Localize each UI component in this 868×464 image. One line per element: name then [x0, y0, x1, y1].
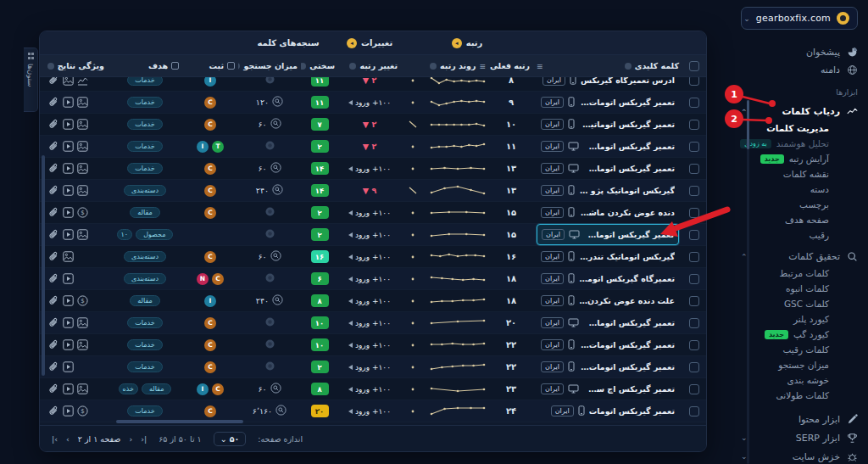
expand-triangle-icon[interactable] — [348, 387, 353, 392]
keyword-cell[interactable]: تعمیر گیربکس اتومات پژو ۲۰۷ ایران — [537, 357, 679, 377]
video-icon[interactable] — [63, 119, 74, 130]
target-pill[interactable]: مقاله — [130, 207, 160, 218]
paperclip-icon[interactable] — [48, 383, 59, 394]
target-pill[interactable]: دسته‌بندی — [124, 185, 166, 196]
table-row[interactable]: تعمیر گیربکس اتومات ۲۰۶ ایران ۹ ۱۰۰+ ورو… — [40, 92, 706, 114]
row-checkbox[interactable] — [689, 274, 699, 284]
col-header-target[interactable]: هدف — [108, 61, 182, 70]
table-row[interactable]: دنده عوض نکردن ماشین اتومات ایران ۱۵ ۱۰۰… — [40, 202, 706, 224]
keyword-cell[interactable]: تعمیر گیربکس اتومات برلیانس h330 ایران — [537, 224, 679, 245]
record-badge-C[interactable]: C — [204, 185, 216, 197]
row-checkbox[interactable] — [689, 252, 699, 262]
paperclip-icon[interactable] — [48, 273, 59, 284]
sidebar-item-word-research[interactable]: تحقیق کلمات ⌃ — [741, 248, 858, 266]
pager-first-button[interactable]: |‹ — [52, 434, 58, 444]
image-icon[interactable] — [77, 141, 88, 152]
target-pill[interactable]: دسته‌بندی — [124, 251, 166, 262]
pager-prev-button[interactable]: ‹ — [66, 434, 70, 444]
expand-triangle-icon[interactable] — [348, 166, 353, 171]
target-pill[interactable]: خدمات — [127, 141, 162, 152]
sidebar-subitem[interactable]: تحلیل هوشمندبه زودی — [741, 136, 858, 151]
keyword-cell[interactable]: تعمیر گیربکس اتومات داستر ایران — [537, 335, 679, 355]
target-pill[interactable]: خدمات — [127, 361, 162, 372]
target-pill[interactable]: خدمات — [127, 119, 162, 130]
video-icon[interactable] — [63, 273, 74, 284]
chart-icon[interactable] — [77, 77, 88, 86]
paperclip-icon[interactable] — [48, 207, 59, 218]
paperclip-icon[interactable] — [48, 185, 59, 196]
target-pill[interactable]: خدمات — [127, 97, 162, 108]
video-icon[interactable] — [63, 163, 74, 174]
target-pill[interactable]: محصول — [136, 229, 173, 240]
table-row[interactable]: تعمیر گیربکس اتومات داستر ایران ۲۰ ۱۰۰+ … — [40, 312, 706, 334]
keyword-cell[interactable]: علت دنده عوض نکردن ماشین اتومات ایران — [537, 291, 679, 310]
expand-triangle-icon[interactable] — [348, 321, 353, 326]
paperclip-icon[interactable] — [48, 97, 59, 108]
keyword-cell[interactable]: دنده عوض نکردن ماشین اتومات ایران — [537, 203, 679, 222]
sidebar-subitem[interactable]: نقشه کلمات — [741, 166, 858, 182]
video-icon[interactable] — [63, 295, 74, 306]
keyword-cell[interactable]: گیربکس اتوماتیک تندر پلاس ایران — [537, 247, 679, 266]
record-badge-T[interactable]: T — [212, 141, 224, 153]
row-checkbox[interactable] — [689, 164, 699, 174]
image-icon[interactable] — [77, 163, 88, 174]
table-row[interactable]: تعمیر گیربکس اتومات داستر ایران ۲۲ ۱۰۰+ … — [40, 334, 706, 356]
sidebar-subitem[interactable]: کلمات رقیب — [741, 342, 858, 357]
paperclip-icon[interactable] — [48, 317, 59, 328]
table-row[interactable]: علت دنده عوض نکردن ماشین اتومات ایران ۱۸… — [40, 290, 706, 312]
video-icon[interactable] — [63, 317, 74, 328]
keyword-cell[interactable]: تعمیر گیربکس اچ سی کراس ایران — [537, 379, 679, 399]
keyword-cell[interactable]: تعمیر گیربکس اتومات هیوندا i20 ایران — [537, 137, 679, 156]
target-pill[interactable]: خدمات — [127, 163, 162, 174]
video-icon[interactable] — [63, 141, 74, 152]
sidebar-subitem[interactable]: کیورد گپجدید — [741, 327, 858, 342]
tag-pill[interactable]: ۱۰ — [117, 229, 133, 240]
select-all-checkbox[interactable] — [689, 61, 699, 71]
video-icon[interactable] — [63, 229, 74, 240]
image-icon[interactable] — [77, 185, 88, 196]
image-icon[interactable] — [77, 383, 88, 394]
target-pill[interactable]: خدمات — [127, 317, 162, 328]
sidebar-item-domain[interactable]: دامنه — [741, 61, 858, 79]
row-checkbox[interactable] — [689, 186, 699, 196]
row-checkbox[interactable] — [689, 230, 699, 240]
record-badge-C[interactable]: C — [204, 361, 216, 373]
target-pill[interactable]: خدمات — [127, 405, 162, 416]
video-icon[interactable] — [63, 339, 74, 350]
image-icon[interactable] — [77, 339, 88, 350]
image-icon[interactable] — [63, 77, 74, 86]
video-icon[interactable] — [63, 97, 74, 108]
columns-panel-toggle[interactable]: ستون‌ها — [24, 48, 38, 112]
table-row[interactable]: گیربکس اتوماتیک تندر پلاس ایران ۱۶ ۱۰۰+ … — [40, 246, 706, 268]
row-checkbox[interactable] — [689, 340, 699, 350]
keyword-cell[interactable]: تعمیر گیربکس اتومات ۲۰۶ ایران — [537, 92, 679, 112]
table-row[interactable]: تعمیر گیربکس اتومات سانتافه ایران ۱۳ ۱۰۰… — [40, 158, 706, 180]
paperclip-icon[interactable] — [48, 405, 59, 416]
tab-changes[interactable]: تغییرات ◂ — [338, 38, 401, 48]
sidebar-item-dashboard[interactable]: پیشخوان — [741, 43, 858, 61]
filter-icon[interactable]: ≡ — [479, 62, 486, 70]
row-checkbox[interactable] — [689, 384, 699, 394]
tab-rank[interactable]: رتبه ◂ — [401, 38, 533, 48]
paperclip-icon[interactable] — [48, 361, 59, 372]
sidebar-subitem[interactable]: رقیب — [741, 227, 858, 243]
col-header-difficulty[interactable]: سختی — [301, 61, 338, 70]
tag-pill[interactable]: خذه — [119, 383, 138, 394]
expand-triangle-icon[interactable] — [348, 365, 353, 370]
record-badge-I[interactable]: I — [204, 295, 216, 307]
target-pill[interactable]: خدمات — [127, 77, 162, 86]
target-pill[interactable]: دسته‌بندی — [124, 273, 166, 284]
sidebar-item-bug[interactable]: خزش سایت⌄ — [741, 447, 858, 464]
sidebar-subitem[interactable]: دسته — [741, 182, 858, 197]
sidebar-subitem[interactable]: میزان جستجو — [741, 357, 858, 372]
video-icon[interactable] — [63, 405, 74, 416]
record-badge-I[interactable]: I — [197, 141, 209, 153]
table-row[interactable]: تعمیر گیربکس اچ سی کراس ایران ۲۳ ۱۰۰+ ور… — [40, 378, 706, 400]
row-checkbox[interactable] — [689, 208, 699, 218]
table-row[interactable]: تعمیر گیربکس اتوماتیک پژو پارس ایران ۱۰ … — [40, 114, 706, 136]
record-badge-I[interactable]: I — [204, 77, 216, 87]
expand-triangle-icon[interactable] — [348, 409, 353, 414]
paperclip-icon[interactable] — [48, 295, 59, 306]
image-icon[interactable] — [77, 317, 88, 328]
pager-last-button[interactable]: ›| — [141, 434, 147, 444]
